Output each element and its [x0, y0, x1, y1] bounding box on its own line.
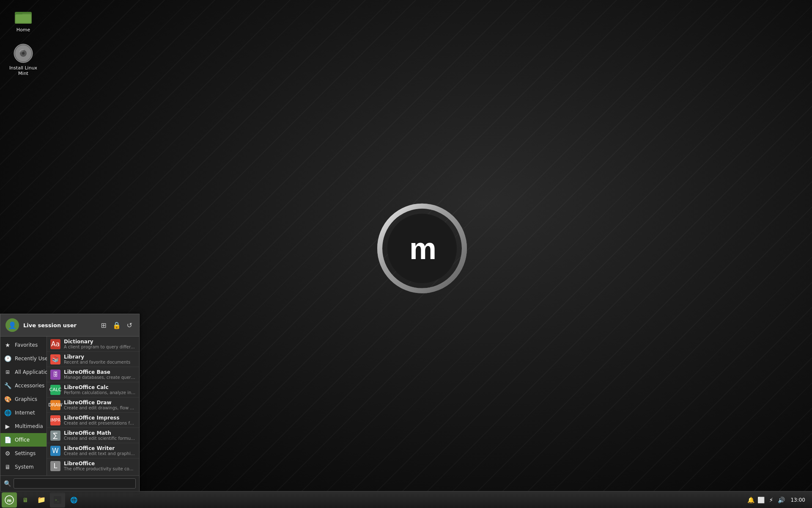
multimedia-icon: ▶ — [4, 422, 11, 430]
favorites-label: Favorites — [15, 342, 38, 348]
files-icon[interactable]: ⊞ — [99, 320, 108, 330]
sidebar-item-system[interactable]: 🖥 System — [0, 460, 47, 474]
libreoffice-draw-icon: DRAW — [50, 400, 60, 410]
libreoffice-writer-name: LibreOffice Writer — [64, 445, 136, 451]
search-icon: 🔍 — [4, 480, 11, 487]
display-icon[interactable]: ⬜ — [757, 496, 765, 504]
taskbar-files[interactable]: 📁 — [34, 492, 49, 508]
sidebar-item-multimedia[interactable]: ▶ Multimedia — [0, 420, 47, 433]
libreoffice-base-icon: 🗄 — [50, 370, 60, 380]
sidebar-item-settings[interactable]: ⚙ Settings — [0, 447, 47, 460]
libreoffice-name: LibreOffice — [64, 461, 136, 467]
all-apps-icon: ⊞ — [4, 368, 11, 376]
multimedia-label: Multimedia — [15, 423, 43, 429]
libreoffice-impress-desc: Create and edit presentations for slide.… — [64, 421, 136, 425]
accessories-label: Accessories — [15, 383, 44, 389]
app-item-libreoffice-math[interactable]: ∑ LibreOffice Math Create and edit scien… — [47, 428, 139, 443]
library-desc: Recent and favorite documents — [64, 360, 136, 364]
libreoffice-impress-icon: IMPR — [50, 415, 60, 425]
svg-text:m: m — [409, 232, 435, 265]
libreoffice-writer-icon: W — [50, 446, 60, 456]
libreoffice-calc-name: LibreOffice Calc — [64, 384, 136, 390]
user-avatar: 👤 — [5, 318, 19, 332]
app-list: Aa Dictionary A client program to query … — [47, 337, 139, 472]
volume-icon[interactable]: 🔊 — [777, 496, 785, 504]
system-label: System — [15, 464, 34, 470]
sidebar-item-recently-used[interactable]: 🕐 Recently Used — [0, 352, 47, 365]
system-icon: 🖥 — [4, 463, 11, 471]
library-icon: 📚 — [50, 354, 60, 364]
favorites-icon: ★ — [4, 341, 11, 349]
battery-icon[interactable]: ⚡ — [767, 496, 775, 504]
recently-used-icon: 🕐 — [4, 355, 11, 362]
recently-used-label: Recently Used — [15, 356, 51, 362]
sidebar-item-internet[interactable]: 🌐 Internet — [0, 406, 47, 420]
libreoffice-base-desc: Manage databases, create queries and ... — [64, 375, 136, 380]
office-icon: 📄 — [4, 436, 11, 444]
install-icon-label: Install LinuxMint — [9, 65, 37, 76]
app-item-libreoffice-base[interactable]: 🗄 LibreOffice Base Manage databases, cre… — [47, 367, 139, 382]
dictionary-icon: Aa — [50, 339, 60, 349]
graphics-icon: 🎨 — [4, 395, 11, 403]
dictionary-desc: A client program to query different dic.… — [64, 345, 136, 349]
svg-text:m: m — [7, 498, 11, 502]
taskbar-clock[interactable]: 13:00 — [787, 497, 809, 503]
lock-icon[interactable]: 🔒 — [111, 320, 123, 330]
svg-rect-7 — [16, 14, 31, 23]
sidebar-item-all-applications[interactable]: ⊞ All Applications — [0, 365, 47, 379]
libreoffice-calc-icon: CALC — [50, 385, 60, 395]
settings-label: Settings — [15, 450, 36, 456]
libreoffice-impress-name: LibreOffice Impress — [64, 415, 136, 421]
libreoffice-base-name: LibreOffice Base — [64, 369, 136, 375]
taskbar-right: 🔔 ⬜ ⚡ 🔊 13:00 — [746, 496, 812, 504]
sidebar-item-accessories[interactable]: 🔧 Accessories — [0, 379, 47, 392]
sidebar-item-office[interactable]: 📄 Office — [0, 433, 47, 447]
taskbar: m 🖥 📁 >_ 🌐 🔔 ⬜ ⚡ 🔊 13:00 — [0, 491, 812, 508]
app-item-libreoffice-writer[interactable]: W LibreOffice Writer Create and edit tex… — [47, 443, 139, 458]
settings-icon: ⚙ — [4, 450, 11, 457]
app-item-libreoffice[interactable]: L LibreOffice The office productivity su… — [47, 458, 139, 472]
taskbar-browser[interactable]: 🌐 — [66, 492, 81, 508]
svg-point-11 — [22, 52, 25, 55]
start-menu: 👤 Live session user ⊞ 🔒 ↺ ★ Favorites 🕐 … — [0, 314, 140, 491]
menu-sidebar: ★ Favorites 🕐 Recently Used ⊞ All Applic… — [0, 337, 47, 475]
menu-body: ★ Favorites 🕐 Recently Used ⊞ All Applic… — [0, 337, 139, 475]
internet-icon: 🌐 — [4, 409, 11, 417]
user-name: Live session user — [23, 322, 95, 329]
libreoffice-math-icon: ∑ — [50, 431, 60, 441]
logout-icon[interactable]: ↺ — [125, 320, 134, 330]
home-icon-label: Home — [16, 27, 30, 33]
menu-search-bar: 🔍 — [0, 475, 139, 491]
libreoffice-math-name: LibreOffice Math — [64, 430, 136, 436]
app-item-libreoffice-impress[interactable]: IMPR LibreOffice Impress Create and edit… — [47, 413, 139, 428]
libreoffice-calc-desc: Perform calculations, analyze informat..… — [64, 390, 136, 395]
taskbar-terminal[interactable]: >_ — [50, 492, 65, 508]
sidebar-item-favorites[interactable]: ★ Favorites — [0, 338, 47, 352]
desktop-icon-home[interactable]: Home — [6, 3, 40, 34]
install-disc-icon — [13, 43, 33, 64]
office-label: Office — [15, 437, 30, 443]
sidebar-item-graphics[interactable]: 🎨 Graphics — [0, 392, 47, 406]
app-item-libreoffice-draw[interactable]: DRAW LibreOffice Draw Create and edit dr… — [47, 398, 139, 413]
libreoffice-math-desc: Create and edit scientific formulas and … — [64, 436, 136, 441]
desktop-icon-install[interactable]: Install LinuxMint — [6, 41, 40, 78]
accessories-icon: 🔧 — [4, 382, 11, 389]
search-input[interactable] — [14, 478, 136, 489]
app-item-libreoffice-calc[interactable]: CALC LibreOffice Calc Perform calculatio… — [47, 382, 139, 398]
libreoffice-icon: L — [50, 461, 60, 471]
library-name: Library — [64, 354, 136, 360]
menu-header-icons: ⊞ 🔒 ↺ — [99, 320, 134, 330]
desktop: m Home — [0, 0, 812, 508]
libreoffice-draw-name: LibreOffice Draw — [64, 400, 136, 406]
mint-menu-button[interactable]: m — [2, 492, 17, 508]
taskbar-left: m 🖥 📁 >_ 🌐 — [0, 492, 81, 508]
notification-icon[interactable]: 🔔 — [746, 496, 755, 504]
home-folder-icon — [13, 5, 33, 25]
app-item-dictionary[interactable]: Aa Dictionary A client program to query … — [47, 337, 139, 352]
graphics-label: Graphics — [15, 396, 37, 402]
svg-text:>_: >_ — [55, 498, 59, 502]
app-item-library[interactable]: 📚 Library Recent and favorite documents — [47, 352, 139, 367]
libreoffice-desc: The office productivity suite compatibil… — [64, 467, 136, 471]
libreoffice-writer-desc: Create and edit text and graphics in let… — [64, 451, 136, 456]
taskbar-show-desktop[interactable]: 🖥 — [18, 492, 33, 508]
